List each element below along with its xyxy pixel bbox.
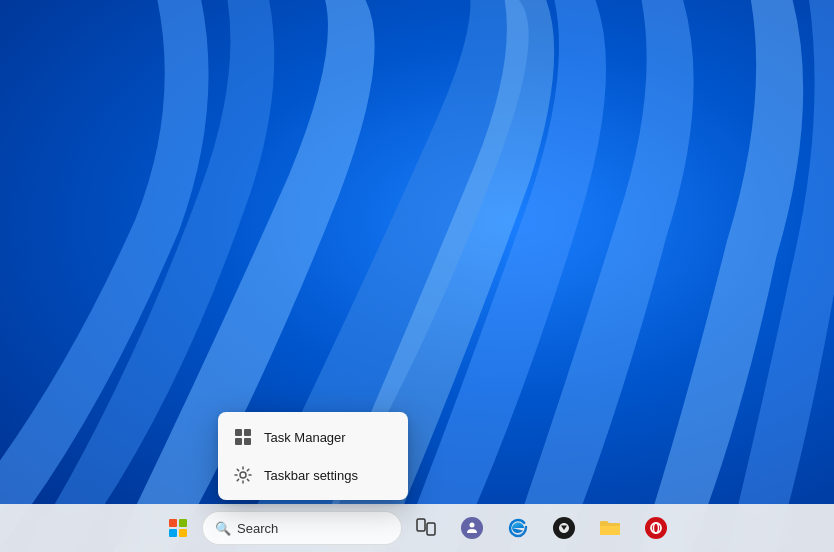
task-view-icon (416, 518, 436, 538)
svg-rect-1 (235, 429, 242, 436)
opera-icon (645, 517, 667, 539)
svg-rect-6 (417, 519, 425, 531)
teams-icon (461, 517, 483, 539)
wallpaper (0, 0, 834, 552)
svg-rect-7 (427, 523, 435, 535)
taskbar-settings-label: Taskbar settings (264, 468, 358, 483)
svg-point-9 (651, 523, 661, 533)
context-menu: Task Manager Taskbar settings (218, 412, 408, 500)
svg-rect-3 (235, 438, 242, 445)
taskbar-settings-menu-item[interactable]: Taskbar settings (218, 456, 408, 494)
task-manager-label: Task Manager (264, 430, 346, 445)
taskbar-pinned-apps: 🔍 Search (156, 506, 678, 550)
svg-rect-2 (244, 429, 251, 436)
desktop: Task Manager Taskbar settings (0, 0, 834, 552)
search-icon: 🔍 (215, 521, 231, 536)
search-bar[interactable]: 🔍 Search (202, 511, 402, 545)
task-manager-icon (234, 428, 252, 446)
svg-point-5 (240, 472, 246, 478)
svg-point-10 (654, 523, 659, 533)
teams-button[interactable] (450, 506, 494, 550)
svg-point-8 (470, 523, 475, 528)
start-button[interactable] (156, 506, 200, 550)
search-label: Search (237, 521, 278, 536)
task-manager-menu-item[interactable]: Task Manager (218, 418, 408, 456)
svg-rect-4 (244, 438, 251, 445)
edge-button[interactable] (496, 506, 540, 550)
file-explorer-button[interactable] (588, 506, 632, 550)
file-explorer-icon (599, 517, 621, 540)
gear-icon (234, 466, 252, 484)
xbox-button[interactable] (542, 506, 586, 550)
task-view-button[interactable] (404, 506, 448, 550)
windows-logo-icon (169, 519, 187, 537)
xbox-icon (553, 517, 575, 539)
edge-icon (507, 516, 529, 541)
taskbar: 🔍 Search (0, 504, 834, 552)
opera-button[interactable] (634, 506, 678, 550)
